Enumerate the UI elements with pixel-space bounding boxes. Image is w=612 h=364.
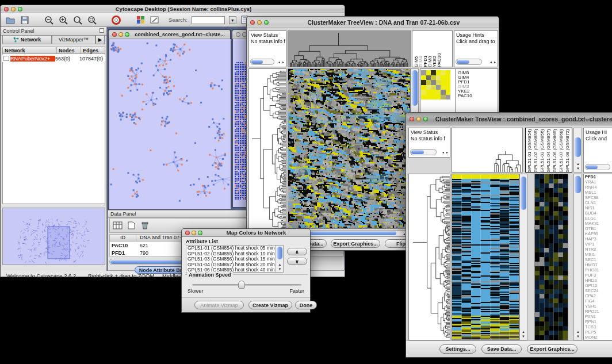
gene-label[interactable]: MSI1	[584, 252, 612, 257]
tv2-column-label[interactable]: GPL51-07 (GSM868)	[559, 129, 565, 173]
scroll-down-icon[interactable]: ▼	[278, 267, 282, 271]
gene-label[interactable]: VIP1	[584, 242, 612, 247]
gene-label[interactable]: RPO21	[584, 309, 612, 314]
zoom-fit-icon[interactable]	[87, 15, 97, 25]
save-icon[interactable]	[20, 15, 30, 25]
matrix-cell[interactable]	[436, 80, 441, 85]
vscroll-thumb[interactable]	[521, 177, 526, 210]
matrix-cell[interactable]	[421, 90, 426, 95]
tv2-column-label[interactable]: GPL51-03 (GSM856)	[540, 129, 546, 173]
tv2-column-label[interactable]: GPL51-02 (GSM855)	[533, 129, 540, 173]
vscroll-thumb[interactable]	[277, 247, 282, 259]
search-dropdown-icon[interactable]: ▼	[229, 16, 236, 24]
matrix-cell[interactable]	[426, 80, 431, 85]
gene-label[interactable]: HAP3	[584, 236, 612, 242]
birdseye-canvas[interactable]	[3, 208, 105, 265]
zoom-out-icon[interactable]	[44, 15, 54, 25]
scroll-left-icon[interactable]: ◂	[278, 60, 280, 64]
matrix-cell[interactable]	[426, 75, 431, 81]
gene-label[interactable]: TCB3	[584, 324, 612, 329]
tv2-row-dendrogram[interactable]	[408, 174, 450, 340]
attr-col-id[interactable]: ID	[110, 235, 136, 241]
matrix-cell[interactable]	[431, 80, 436, 85]
tv2-export-graphics-button[interactable]: Export Graphics...	[527, 344, 577, 354]
gene-label[interactable]: CPA2	[584, 293, 612, 298]
gene-label[interactable]: MSL1	[584, 190, 612, 195]
tv1-row-dendrogram-canvas[interactable]	[249, 69, 286, 236]
vscroll-thumb[interactable]	[575, 176, 581, 193]
matrix-cell[interactable]	[446, 75, 451, 81]
network-row[interactable]: RNAPuberNov2+ 563(0) 107847(0)	[2, 55, 105, 62]
help-lifering-icon[interactable]	[111, 15, 121, 25]
delete-attribute-icon[interactable]	[140, 220, 150, 231]
gene-label[interactable]: SPC98	[584, 195, 612, 200]
scroll-up-icon[interactable]: ▲	[278, 262, 282, 267]
gene-label[interactable]: PAC10	[458, 94, 472, 98]
tv1-export-graphics-button[interactable]: Export Graphics...	[331, 239, 380, 248]
tv2-heatmap-canvas[interactable]	[452, 174, 519, 340]
gene-label[interactable]: SEC24	[584, 288, 612, 293]
scroll-up-icon[interactable]: ▲	[576, 329, 580, 334]
gene-label[interactable]: NIS1	[584, 205, 612, 210]
tv1-column-label[interactable]: GIM3	[427, 32, 432, 67]
zoom-selected-icon[interactable]	[72, 15, 83, 25]
view1-titlebar[interactable]: combined_scores_good.txt--cluste...	[109, 30, 230, 39]
matrix-cell[interactable]	[436, 75, 441, 81]
gene-label[interactable]: MON2	[584, 335, 612, 340]
new-attribute-icon[interactable]	[126, 220, 136, 231]
annotation-icon[interactable]	[150, 15, 160, 25]
speed-slider-thumb[interactable]	[238, 281, 245, 289]
treeview1-window-controls[interactable]	[250, 20, 269, 25]
tv2-row-dendrogram-canvas[interactable]	[409, 174, 450, 340]
matrix-cell[interactable]	[431, 70, 436, 75]
tv1-heatmap[interactable]	[288, 68, 411, 229]
gene-label[interactable]: MAK31	[584, 221, 612, 226]
create-vizmap-button[interactable]: Create Vizmap	[248, 301, 292, 309]
view1-window-controls[interactable]	[112, 32, 129, 37]
treeview1-titlebar[interactable]: ClusterMaker TreeView : DNA and Tran 07-…	[247, 17, 499, 28]
matrix-cell[interactable]	[436, 85, 441, 90]
matrix-cell[interactable]	[446, 70, 451, 75]
tv2-zoom-heatmap[interactable]	[534, 174, 568, 340]
treeview2-titlebar[interactable]: ClusterMaker TreeView : combined_scores_…	[406, 113, 612, 125]
animate-vizmap-button[interactable]: Animate Vizmap	[194, 301, 244, 309]
dialog-titlebar[interactable]: Map Colors to Network	[182, 229, 310, 237]
dialog-window-controls[interactable]	[185, 231, 202, 235]
tv2-hints-scrollbar[interactable]	[585, 164, 610, 170]
scroll-thumb[interactable]	[586, 165, 598, 169]
matrix-cell[interactable]	[431, 75, 436, 81]
tv2-column-dendrogram-canvas[interactable]	[452, 128, 522, 172]
tv2-heatmap-vscrollbar[interactable]: ▲ ▼	[519, 174, 527, 340]
search-input[interactable]	[192, 16, 225, 24]
gene-label[interactable]: BUD4	[584, 210, 612, 216]
main-titlebar[interactable]: Cytoscape Desktop (Session Name: collins…	[1, 5, 345, 13]
gene-label[interactable]: PHO81	[584, 267, 612, 273]
matrix-cell[interactable]	[441, 90, 446, 95]
matrix-cell[interactable]	[446, 95, 451, 100]
matrix-cell[interactable]	[441, 75, 446, 81]
scroll-right-icon[interactable]: ▸	[494, 60, 496, 64]
vscroll-thumb[interactable]	[575, 137, 581, 157]
matrix-cell[interactable]	[436, 95, 441, 100]
gene-label[interactable]: YSH1	[584, 304, 612, 309]
col-edges[interactable]: Edges	[81, 47, 104, 53]
matrix-cell[interactable]	[436, 90, 441, 95]
tv1-hints-scrollbar[interactable]	[456, 59, 482, 65]
done-button[interactable]: Done	[295, 301, 317, 309]
float-panel-icon[interactable]	[100, 28, 104, 33]
matrix-cell[interactable]	[426, 90, 431, 95]
move-down-button[interactable]: ∨	[287, 258, 307, 265]
tv2-column-label[interactable]: GPL51-01 (GSM854)	[527, 129, 533, 173]
tv2-column-label[interactable]: GPL51-04 (GSM857)	[546, 129, 552, 173]
scroll-down-icon[interactable]: ▼	[576, 334, 580, 339]
tab-overflow-button[interactable]: ▶	[95, 35, 105, 44]
tv2-zoom-heatmap-canvas[interactable]	[535, 174, 568, 340]
matrix-cell[interactable]	[441, 70, 446, 75]
scroll-left-icon[interactable]: ◂	[403, 232, 405, 236]
matrix-cell[interactable]	[426, 70, 431, 75]
col-network[interactable]: Network	[3, 47, 57, 53]
gene-label[interactable]: SEC1	[584, 257, 612, 262]
scroll-up-icon[interactable]: ▲	[576, 162, 580, 166]
treeview2-window-controls[interactable]	[410, 117, 428, 121]
gene-label[interactable]: HMG1	[584, 262, 612, 267]
